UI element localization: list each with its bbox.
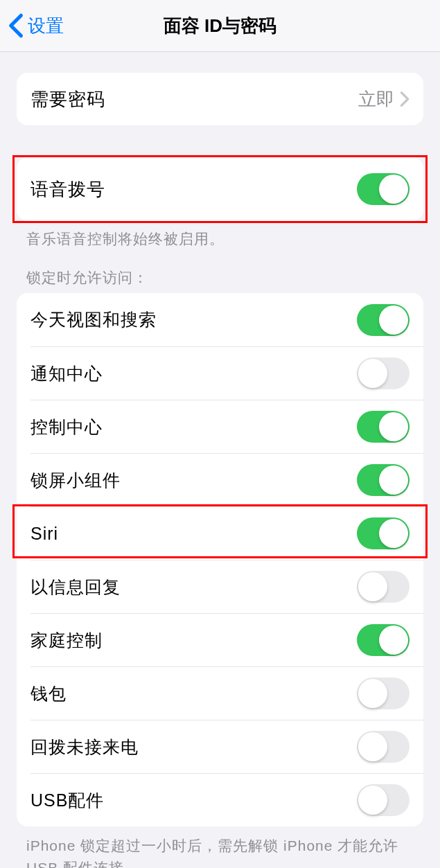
list-item-label: 通知中心 [30, 362, 103, 385]
list-row: 以信息回复 [17, 560, 423, 613]
list-row: USB配件 [17, 773, 423, 826]
list-row: 钱包 [17, 666, 423, 720]
allow-access-list: 今天视图和搜索通知中心控制中心锁屏小组件Siri以信息回复家庭控制钱包回拨未接来… [17, 293, 423, 826]
list-item-label: 钱包 [30, 682, 67, 705]
allow-access-header: 锁定时允许访问： [0, 249, 440, 293]
voice-dial-label: 语音拨号 [30, 177, 105, 202]
list-item-toggle[interactable] [357, 411, 410, 443]
list-item-label: 家庭控制 [30, 629, 103, 652]
list-item-toggle[interactable] [357, 464, 410, 496]
list-item-label: 以信息回复 [30, 576, 121, 599]
page-title: 面容 ID与密码 [0, 14, 440, 38]
list-row: 家庭控制 [17, 613, 423, 666]
voice-dial-row: 语音拨号 [17, 157, 423, 221]
chevron-right-icon [400, 91, 410, 107]
list-item-label: USB配件 [30, 789, 104, 812]
list-item-label: Siri [30, 524, 58, 544]
list-item-toggle[interactable] [357, 677, 410, 709]
require-passcode-section: 需要密码 立即 [17, 73, 423, 125]
list-row: 通知中心 [17, 346, 423, 400]
require-passcode-label: 需要密码 [30, 87, 105, 112]
list-item-label: 控制中心 [30, 416, 103, 439]
list-row: 今天视图和搜索 [17, 293, 423, 346]
require-passcode-value: 立即 [358, 87, 410, 112]
require-passcode-row[interactable]: 需要密码 立即 [17, 73, 423, 125]
list-item-toggle[interactable] [357, 357, 410, 389]
list-row: 锁屏小组件 [17, 453, 423, 506]
list-item-toggle[interactable] [357, 624, 410, 656]
usb-note: iPhone 锁定超过一小时后，需先解锁 iPhone 才能允许 USB 配件连… [0, 826, 440, 868]
chevron-left-icon [8, 12, 24, 39]
voice-dial-section: 语音拨号 [17, 157, 423, 221]
back-label: 设置 [28, 14, 64, 38]
list-row: Siri [17, 506, 423, 560]
list-row: 回拨未接来电 [17, 720, 423, 773]
list-item-label: 锁屏小组件 [30, 469, 121, 492]
nav-header: 设置 面容 ID与密码 [0, 0, 440, 52]
list-item-label: 回拨未接来电 [30, 736, 139, 759]
list-item-toggle[interactable] [357, 731, 410, 763]
voice-dial-note: 音乐语音控制将始终被启用。 [0, 221, 440, 249]
require-passcode-value-text: 立即 [358, 87, 394, 112]
voice-dial-toggle[interactable] [357, 173, 410, 205]
list-item-toggle[interactable] [357, 571, 410, 603]
list-item-toggle[interactable] [357, 784, 410, 816]
list-row: 控制中心 [17, 400, 423, 453]
back-button[interactable]: 设置 [0, 12, 64, 39]
list-item-toggle[interactable] [357, 304, 410, 336]
list-item-label: 今天视图和搜索 [30, 308, 157, 331]
list-item-toggle[interactable] [357, 517, 410, 549]
